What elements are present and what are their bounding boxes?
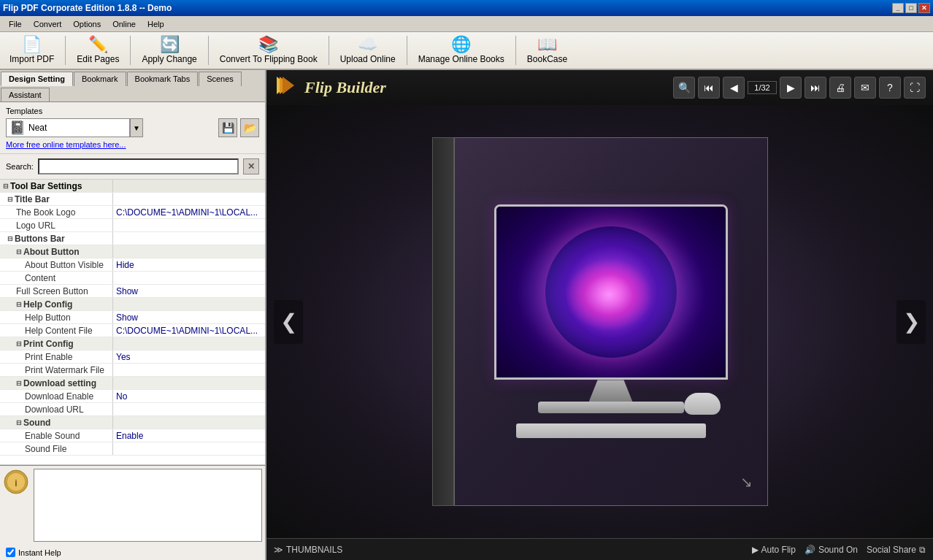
help-content: i <box>0 466 265 545</box>
import-pdf-button[interactable]: 📄 Import PDF <box>3 34 61 67</box>
tree-item-aboutvisible[interactable]: About Button Visible Hide <box>0 258 265 272</box>
tree-subgroup-print[interactable]: ⊟ Print Config <box>0 337 265 350</box>
tree-item-printwatermark[interactable]: Print Watermark File <box>0 364 265 377</box>
edit-pages-button[interactable]: ✏️ Edit Pages <box>70 34 126 67</box>
tree-item-content[interactable]: Content <box>0 272 265 285</box>
search-clear-button[interactable]: ✕ <box>243 158 259 174</box>
template-actions: 💾 📂 <box>218 118 259 137</box>
social-share-control[interactable]: Social Share ⧉ <box>867 545 926 555</box>
menu-online[interactable]: Online <box>107 18 142 30</box>
tree-subgroup-sound[interactable]: ⊟ Sound <box>0 416 265 429</box>
load-template-button[interactable]: 📂 <box>240 118 259 137</box>
prev-page-button[interactable]: ◀ <box>723 77 745 99</box>
tree-subgroup-download[interactable]: ⊟ Download setting <box>0 377 265 390</box>
menu-help[interactable]: Help <box>142 18 170 30</box>
tree-item-booklogo[interactable]: The Book Logo C:\DOCUME~1\ADMINI~1\LOCAL… <box>0 206 265 219</box>
template-dropdown[interactable]: 📓 Neat <box>6 118 130 137</box>
corner-arrow: ↘ <box>740 473 753 491</box>
tree-subgroup-titlebar[interactable]: ⊟ Title Bar <box>0 193 265 206</box>
tree-item-helpbtn[interactable]: Help Button Show <box>0 311 265 324</box>
next-page-button[interactable]: ▶ <box>780 77 802 99</box>
monitor-stand <box>589 380 633 402</box>
auto-flip-control[interactable]: ▶ Auto Flip <box>752 545 796 555</box>
tree-item-fullscreen[interactable]: Full Screen Button Show <box>0 285 265 298</box>
thumbnails-chevron-icon: ≫ <box>274 545 283 555</box>
svg-text:i: i <box>15 478 17 488</box>
tab-bookmark-tabs[interactable]: Bookmark Tabs <box>127 72 199 86</box>
tree-label-soundfile: Sound File <box>0 442 113 455</box>
menu-options[interactable]: Options <box>67 18 107 30</box>
upload-online-button[interactable]: ☁️ Upload Online <box>334 34 402 67</box>
menu-file[interactable]: File <box>3 18 28 30</box>
tree-item-downloadurl[interactable]: Download URL <box>0 403 265 416</box>
tree-subgroup-about[interactable]: ⊟ About Button <box>0 245 265 258</box>
template-dropdown-arrow[interactable]: ▼ <box>130 118 143 137</box>
first-page-button[interactable]: ⏮ <box>698 77 720 99</box>
tab-scenes[interactable]: Scenes <box>199 72 242 86</box>
fullscreen-button[interactable]: ⛶ <box>904 77 926 99</box>
prev-page-nav-button[interactable]: ❮ <box>274 300 303 344</box>
help-panel: i Instant Help <box>0 465 265 560</box>
help-text-area <box>34 469 262 542</box>
right-panel: Flip Builder 🔍 ⏮ ◀ 1/32 ▶ ⏭ 🖨 ✉ ? ⛶ ❮ <box>266 70 933 560</box>
tree-item-enablesound[interactable]: Enable Sound Enable <box>0 429 265 442</box>
thumbnails-button[interactable]: ≫ THUMBNAILS <box>274 545 342 555</box>
zoom-button[interactable]: 🔍 <box>673 77 695 99</box>
toolbar: 📄 Import PDF ✏️ Edit Pages 🔄 Apply Chang… <box>0 32 933 70</box>
tree-label-booklogo: The Book Logo <box>0 206 113 218</box>
manage-online-button[interactable]: 🌐 Manage Online Books <box>412 34 511 67</box>
upload-online-label: Upload Online <box>340 54 396 64</box>
title-bar-text: Flip PDF Corporate Edition 1.8.8 -- Demo <box>3 3 172 13</box>
settings-tree[interactable]: ⊟ Tool Bar Settings ⊟ Title Bar The Book… <box>0 180 265 465</box>
bookcase-button[interactable]: 📖 BookCase <box>521 34 574 67</box>
convert-button[interactable]: 📚 Convert To Flipping Book <box>213 34 324 67</box>
tree-label-toolbar: ⊟ Tool Bar Settings <box>0 180 113 192</box>
auto-flip-icon: ▶ <box>752 545 759 555</box>
save-template-button[interactable]: 💾 <box>218 118 237 137</box>
tree-subgroup-help[interactable]: ⊟ Help Config <box>0 298 265 311</box>
tree-value-downloadurl <box>113 403 265 415</box>
tree-group-toolbar[interactable]: ⊟ Tool Bar Settings <box>0 180 265 193</box>
instant-help-checkbox[interactable] <box>6 548 15 557</box>
print-button[interactable]: 🖨 <box>829 77 851 99</box>
next-page-nav-button[interactable]: ❯ <box>896 300 926 344</box>
sound-icon: 🔊 <box>805 545 815 555</box>
apply-change-icon: 🔄 <box>160 37 180 53</box>
tree-label-printenable: Print Enable <box>0 350 113 363</box>
right-page: ↘ <box>454 137 768 505</box>
tree-label-downloadenable: Download Enable <box>0 390 113 402</box>
menu-convert[interactable]: Convert <box>28 18 68 30</box>
tree-item-logourl[interactable]: Logo URL <box>0 219 265 232</box>
sound-on-label: Sound On <box>818 545 858 555</box>
templates-section: Templates 📓 Neat ▼ 💾 📂 More free online … <box>0 102 265 154</box>
tab-design-setting[interactable]: Design Setting <box>1 72 73 86</box>
tree-item-soundfile[interactable]: Sound File <box>0 442 265 456</box>
online-templates-link[interactable]: More free online templates here... <box>6 140 259 149</box>
tab-assistant[interactable]: Assistant <box>1 88 50 101</box>
manage-online-icon: 🌐 <box>451 37 471 53</box>
tree-value-booklogo: C:\DOCUME~1\ADMINI~1\LOCAL... <box>113 206 265 218</box>
minimize-button[interactable]: _ <box>892 3 904 13</box>
mail-button[interactable]: ✉ <box>854 77 876 99</box>
flip-logo: Flip Builder <box>274 72 386 104</box>
tree-item-printenable[interactable]: Print Enable Yes <box>0 350 265 364</box>
tree-label-buttonsbar: ⊟ Buttons Bar <box>0 232 113 245</box>
maximize-button[interactable]: □ <box>905 3 917 13</box>
sound-on-control[interactable]: 🔊 Sound On <box>805 545 858 555</box>
help-button[interactable]: ? <box>879 77 901 99</box>
tree-subgroup-buttonsbar[interactable]: ⊟ Buttons Bar <box>0 232 265 245</box>
title-bar: Flip PDF Corporate Edition 1.8.8 -- Demo… <box>0 0 933 16</box>
template-selector: 📓 Neat ▼ 💾 📂 <box>6 118 259 137</box>
left-panel: Design Setting Bookmark Bookmark Tabs Sc… <box>0 70 266 560</box>
toolbar-divider-6 <box>515 36 516 65</box>
tree-item-helpfile[interactable]: Help Content File C:\DOCUME~1\ADMINI~1\L… <box>0 324 265 337</box>
tree-value-print <box>113 337 265 350</box>
search-input[interactable] <box>38 158 239 174</box>
last-page-button[interactable]: ⏭ <box>805 77 826 99</box>
close-button[interactable]: ✕ <box>918 3 930 13</box>
apply-change-button[interactable]: 🔄 Apply Change <box>135 34 203 67</box>
tab-bookmark[interactable]: Bookmark <box>74 72 126 86</box>
edit-pages-icon: ✏️ <box>88 37 108 53</box>
tree-item-downloadenable[interactable]: Download Enable No <box>0 390 265 403</box>
tree-value-helpfile: C:\DOCUME~1\ADMINI~1\LOCAL... <box>113 324 265 337</box>
